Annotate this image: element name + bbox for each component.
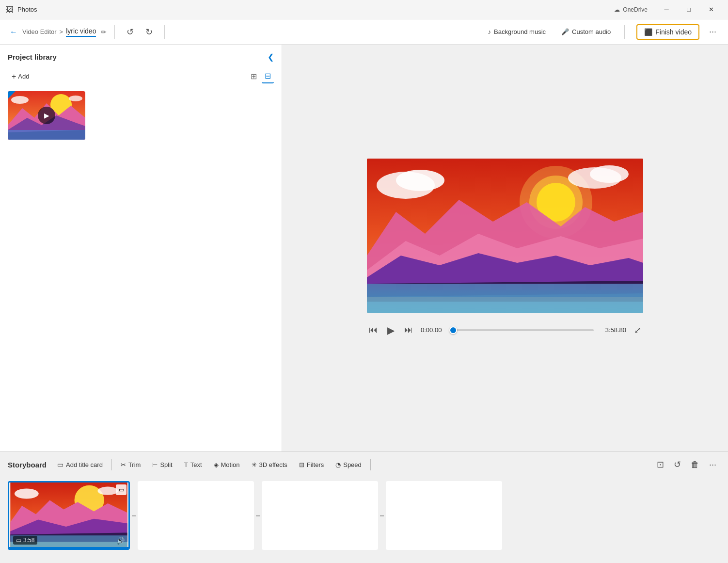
close-button[interactable]: ✕ bbox=[700, 0, 722, 19]
breadcrumb-separator: > bbox=[60, 28, 63, 35]
toolbar-divider-3 bbox=[624, 25, 625, 39]
sb-divider-1 bbox=[111, 459, 112, 470]
app-title: Photos bbox=[17, 6, 37, 13]
music-icon: ♪ bbox=[488, 28, 491, 35]
storyboard-title: Storyboard bbox=[8, 461, 47, 469]
video-canvas bbox=[367, 159, 643, 313]
onedrive-area: ☁ OneDrive bbox=[614, 6, 648, 13]
filters-icon: ⊟ bbox=[299, 461, 304, 468]
edit-pencil-icon[interactable]: ✏ bbox=[101, 28, 107, 36]
more-options-button[interactable]: ··· bbox=[705, 25, 720, 39]
library-title: Project library bbox=[8, 53, 57, 61]
resize-icon-button[interactable]: ⊡ bbox=[653, 457, 668, 472]
text-label: Text bbox=[190, 461, 202, 468]
play-icon: ▶ bbox=[38, 107, 55, 124]
effects-3d-button[interactable]: ✳ 3D effects bbox=[247, 459, 292, 471]
progress-bar[interactable] bbox=[453, 329, 594, 331]
sb-divider-2 bbox=[370, 459, 371, 470]
clip-progress-bar bbox=[9, 547, 128, 548]
maximize-button[interactable]: □ bbox=[678, 0, 700, 19]
project-name: lyric video bbox=[66, 27, 96, 37]
trim-button[interactable]: ✂ Trim bbox=[116, 459, 146, 471]
clip-icon: ▭ bbox=[16, 537, 21, 544]
list-view-button[interactable]: ⊟ bbox=[262, 69, 274, 83]
finish-video-button[interactable]: ⬛ Finish video bbox=[636, 24, 699, 40]
svg-point-13 bbox=[396, 170, 444, 191]
storyboard-panel: Storyboard ▭ Add title card ✂ Trim ⊢ Spl… bbox=[0, 451, 728, 563]
library-toolbar: + Add ⊞ ⊟ bbox=[8, 69, 274, 83]
speed-button[interactable]: ◔ Speed bbox=[331, 459, 366, 471]
svg-point-15 bbox=[590, 165, 629, 183]
onedrive-icon: ☁ bbox=[614, 6, 620, 13]
view-toggle: ⊞ ⊟ bbox=[248, 69, 274, 83]
split-button[interactable]: ⊢ Split bbox=[147, 459, 177, 471]
storyboard-timeline: ▭ ▭ 3:58 🔊 bbox=[0, 477, 728, 563]
window-controls: ─ □ ✕ bbox=[655, 0, 722, 19]
progress-thumb[interactable] bbox=[449, 326, 457, 334]
effects-label: 3D effects bbox=[259, 461, 287, 468]
redo-button[interactable]: ↻ bbox=[142, 25, 157, 39]
library-header: Project library ❮ bbox=[8, 52, 274, 62]
toolbar-divider-1 bbox=[114, 25, 115, 39]
current-time: 0:00.00 bbox=[421, 326, 447, 334]
connector-1 bbox=[132, 515, 136, 516]
library-items: ▶ bbox=[8, 91, 274, 140]
trim-label: Trim bbox=[128, 461, 141, 468]
onedrive-label: OneDrive bbox=[623, 6, 648, 13]
rotate-icon-button[interactable]: ↺ bbox=[670, 457, 685, 472]
story-clip[interactable]: ▭ ▭ 3:58 🔊 bbox=[8, 481, 130, 550]
toolbar-divider-2 bbox=[164, 25, 165, 39]
background-music-button[interactable]: ♪ Background music bbox=[482, 25, 552, 38]
media-thumbnail[interactable]: ▶ bbox=[8, 91, 85, 140]
grid-view-button[interactable]: ⊞ bbox=[248, 69, 260, 83]
main-content: Project library ❮ + Add ⊞ ⊟ bbox=[0, 45, 728, 451]
add-title-card-label: Add title card bbox=[66, 461, 103, 468]
photos-icon: 🖼 bbox=[6, 5, 14, 14]
text-button[interactable]: T Text bbox=[179, 459, 207, 471]
clip-time: 3:58 bbox=[23, 537, 34, 544]
empty-slot-1[interactable] bbox=[138, 481, 254, 550]
svg-rect-5 bbox=[8, 130, 85, 140]
add-label: Add bbox=[18, 73, 29, 80]
split-label: Split bbox=[160, 461, 172, 468]
fullscreen-button[interactable]: ⤢ bbox=[632, 323, 643, 338]
undo-button[interactable]: ↺ bbox=[123, 25, 138, 39]
speed-label: Speed bbox=[343, 461, 362, 468]
motion-label: Motion bbox=[221, 461, 240, 468]
project-library-panel: Project library ❮ + Add ⊞ ⊟ bbox=[0, 45, 282, 451]
connector-2 bbox=[256, 515, 260, 516]
add-title-card-button[interactable]: ▭ Add title card bbox=[52, 458, 108, 471]
add-media-button[interactable]: + Add bbox=[8, 70, 33, 83]
minimize-button[interactable]: ─ bbox=[655, 0, 678, 19]
title-card-icon: ▭ bbox=[57, 461, 63, 468]
next-frame-button[interactable]: ⏭ bbox=[402, 323, 415, 337]
title-bar-left: 🖼 Photos bbox=[6, 5, 614, 14]
motion-button[interactable]: ◈ Motion bbox=[209, 459, 245, 471]
filters-button[interactable]: ⊟ Filters bbox=[294, 459, 329, 471]
custom-audio-button[interactable]: 🎤 Custom audio bbox=[555, 25, 617, 38]
svg-rect-22 bbox=[367, 302, 643, 313]
speed-icon: ◔ bbox=[335, 461, 341, 468]
rewind-button[interactable]: ⏮ bbox=[367, 323, 380, 337]
playback-controls: ⏮ ▶ ⏭ 0:00.00 3:58.80 ⤢ bbox=[367, 322, 643, 338]
motion-icon: ◈ bbox=[214, 461, 219, 468]
custom-audio-label: Custom audio bbox=[572, 28, 611, 35]
title-bar: 🖼 Photos ☁ OneDrive ─ □ ✕ bbox=[0, 0, 728, 19]
clip-duration: ▭ 3:58 bbox=[13, 536, 37, 545]
clip-type-icon: ▭ bbox=[116, 484, 127, 495]
plus-icon: + bbox=[12, 72, 16, 81]
background-music-label: Background music bbox=[494, 28, 546, 35]
finish-video-label: Finish video bbox=[655, 28, 692, 36]
finish-video-icon: ⬛ bbox=[644, 28, 652, 36]
delete-button[interactable]: 🗑 bbox=[687, 458, 703, 472]
collapse-library-button[interactable]: ❮ bbox=[268, 52, 274, 62]
audio-icon: 🎤 bbox=[561, 28, 569, 35]
svg-point-25 bbox=[15, 488, 39, 499]
storyboard-more-button[interactable]: ··· bbox=[705, 458, 720, 472]
play-button[interactable]: ▶ bbox=[385, 322, 396, 338]
text-icon: T bbox=[184, 461, 188, 468]
effects-icon: ✳ bbox=[252, 461, 257, 468]
empty-slot-3[interactable] bbox=[386, 481, 502, 550]
back-button[interactable]: ← bbox=[8, 26, 19, 38]
empty-slot-2[interactable] bbox=[262, 481, 378, 550]
